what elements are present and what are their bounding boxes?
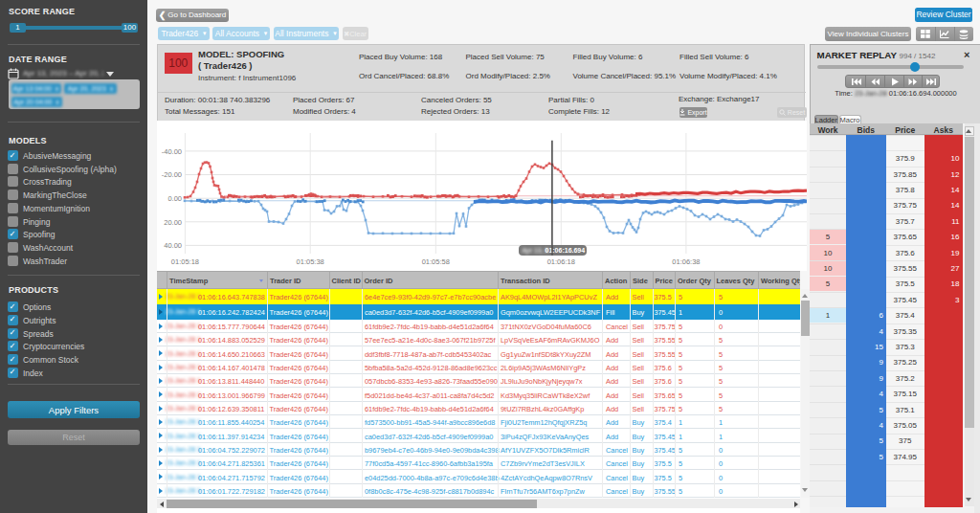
svg-text:01:06:18: 01:06:18 xyxy=(547,257,575,266)
svg-text:01:05:38: 01:05:38 xyxy=(297,257,324,266)
svg-text:-20.00: -20.00 xyxy=(162,170,182,179)
svg-text:-40.00: -40.00 xyxy=(162,147,182,156)
svg-text:01:05:58: 01:05:58 xyxy=(422,257,450,266)
svg-text:01:05:18: 01:05:18 xyxy=(171,257,199,266)
svg-text:01:06:38: 01:06:38 xyxy=(672,257,700,266)
svg-text:20.00: 20.00 xyxy=(164,218,182,227)
svg-text:0.00: 0.00 xyxy=(167,194,182,203)
svg-text:40.00: 40.00 xyxy=(164,241,182,250)
